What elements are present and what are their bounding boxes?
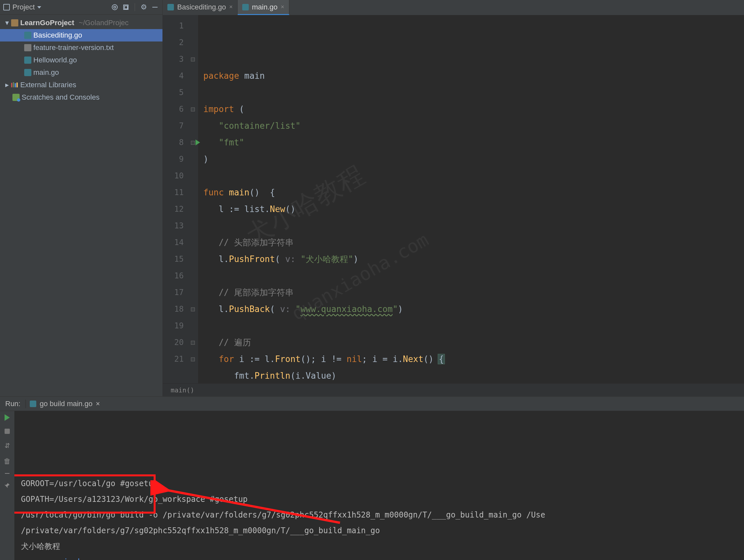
folder-icon — [11, 19, 18, 27]
tree-file[interactable]: feature-trainer-version.txt — [0, 41, 162, 54]
tree-file[interactable]: main.go — [0, 66, 162, 79]
soft-wrap-icon[interactable] — [5, 473, 9, 474]
gear-icon[interactable]: ⚙ — [140, 3, 148, 11]
run-toolwindow-title: Run: — [0, 400, 26, 408]
editor-tab[interactable]: Basicediting.go × — [163, 0, 238, 15]
code-line[interactable]: package main — [203, 68, 744, 84]
fold-icon[interactable] — [191, 341, 195, 345]
tree-root-label: LearnGoProject — [20, 18, 74, 27]
trash-icon[interactable]: 🗑 — [3, 457, 11, 465]
editor-gutter[interactable]: 123456789101112131415161718192021 — [163, 15, 190, 383]
code-line[interactable] — [203, 168, 744, 184]
editor-tabbar: Basicediting.go × main.go × — [163, 0, 744, 15]
run-tabbar: Run: go build main.go × — [0, 397, 744, 411]
project-toolwindow-header: Project ⚙ — [0, 0, 162, 15]
chevron-down-icon[interactable] — [37, 6, 41, 8]
fold-icon[interactable] — [191, 357, 195, 361]
project-sidebar: Project ⚙ ▾ LearnGoProject ~/GolandProje… — [0, 0, 163, 396]
go-file-icon — [168, 4, 174, 10]
editor-body[interactable]: 123456789101112131415161718192021 犬小哈教程 … — [163, 15, 744, 383]
project-toolwindow-title[interactable]: Project — [12, 3, 35, 11]
stop-icon[interactable] — [5, 429, 10, 434]
chevron-down-icon[interactable]: ▾ — [5, 18, 9, 27]
code-line[interactable]: l := list.New() — [203, 201, 744, 217]
project-icon — [3, 4, 10, 10]
tree-root-hint: ~/GolandProjec — [79, 18, 128, 27]
code-line[interactable]: l.PushFront( v: "犬小哈教程") — [203, 251, 744, 268]
tree-file-label: main.go — [33, 68, 59, 77]
code-line[interactable] — [203, 84, 744, 101]
fold-icon[interactable] — [191, 141, 195, 145]
fold-column[interactable] — [190, 15, 198, 383]
svg-rect-0 — [11, 83, 12, 87]
divider — [135, 3, 135, 11]
down-arrow-icon[interactable]: ⇵ — [3, 442, 11, 449]
tree-scratches-label: Scratches and Consoles — [22, 93, 99, 102]
fold-icon[interactable] — [191, 308, 195, 311]
run-body: ⇵ 🗑 GOROOT=/usr/local/go #gosetupGOPATH=… — [0, 411, 744, 560]
code-line[interactable]: for i := l.Front(); i != nil; i = i.Next… — [203, 351, 744, 367]
console-output[interactable]: GOROOT=/usr/local/go #gosetupGOPATH=/Use… — [14, 411, 744, 560]
tree-file[interactable]: Basicediting.go — [0, 29, 162, 41]
txt-file-icon — [24, 44, 31, 51]
fold-icon[interactable] — [191, 57, 195, 62]
tree-file[interactable]: Helloworld.go — [0, 54, 162, 66]
tree-libs-label: External Libraries — [20, 81, 76, 89]
svg-rect-2 — [15, 83, 16, 87]
editor-area: Basicediting.go × main.go × 123456789101… — [163, 0, 744, 396]
svg-rect-1 — [13, 82, 14, 87]
library-icon — [11, 81, 18, 88]
pin-icon[interactable] — [3, 482, 11, 489]
console-line: 犬小哈教程 — [21, 538, 744, 554]
run-config-label: go build main.go — [40, 400, 92, 408]
code-line[interactable]: func main() { — [203, 184, 744, 201]
close-icon[interactable]: × — [229, 4, 233, 10]
go-file-icon — [24, 69, 31, 76]
tab-label: Basicediting.go — [177, 3, 226, 11]
upper-pane: Project ⚙ ▾ LearnGoProject ~/GolandProje… — [0, 0, 744, 396]
code-line[interactable]: import ( — [203, 101, 744, 118]
tree-root[interactable]: ▾ LearnGoProject ~/GolandProjec — [0, 17, 162, 29]
tree-file-label: feature-trainer-version.txt — [33, 43, 114, 52]
tree-file-label: Basicediting.go — [33, 31, 82, 40]
tree-external-libs[interactable]: ▸ External Libraries — [0, 79, 162, 91]
code-line[interactable]: // 尾部添加字符串 — [203, 284, 744, 301]
code-line[interactable]: "container/list" — [203, 118, 744, 134]
code-area[interactable]: 犬小哈教程 quanxiaoha.com package mainimport … — [198, 15, 744, 383]
close-icon[interactable]: × — [281, 4, 285, 10]
chevron-right-icon[interactable]: ▸ — [5, 81, 9, 89]
hide-icon[interactable] — [151, 3, 159, 11]
console-line: /private/var/folders/g7/sg02phc552qffxx1… — [21, 523, 744, 538]
project-tree[interactable]: ▾ LearnGoProject ~/GolandProjec Basicedi… — [0, 15, 162, 106]
code-line[interactable] — [203, 318, 744, 334]
code-line[interactable]: fmt.Println(i.Value) — [203, 367, 744, 383]
rerun-icon[interactable] — [5, 414, 10, 421]
ide-window: Project ⚙ ▾ LearnGoProject ~/GolandProje… — [0, 0, 744, 560]
run-config-tab[interactable]: go build main.go × — [26, 400, 104, 408]
locate-icon[interactable] — [110, 3, 119, 11]
fold-icon[interactable] — [191, 108, 195, 111]
code-line[interactable]: "fmt" — [203, 134, 744, 151]
run-toolbar: ⇵ 🗑 — [0, 411, 14, 560]
code-line[interactable] — [203, 217, 744, 234]
tree-scratches[interactable]: Scratches and Consoles — [0, 91, 162, 104]
code-line[interactable]: // 遍历 — [203, 334, 744, 351]
tab-label: main.go — [252, 3, 277, 11]
code-line[interactable] — [203, 268, 744, 284]
expand-all-icon[interactable] — [122, 3, 130, 11]
scratches-icon — [12, 94, 20, 101]
code-line[interactable]: l.PushBack( v: "www.quanxiaoha.com") — [203, 301, 744, 318]
tree-file-label: Helloworld.go — [33, 56, 77, 64]
code-line[interactable]: ) — [203, 151, 744, 168]
go-file-icon — [242, 4, 249, 10]
console-line: www.quanxiaoha.com — [21, 554, 744, 560]
go-file-icon — [24, 56, 31, 64]
annotation-box — [14, 474, 156, 514]
breadcrumb[interactable]: main() — [163, 383, 744, 396]
svg-rect-3 — [17, 83, 18, 87]
console-link[interactable]: www.quanxiaoha.com — [21, 557, 106, 560]
close-icon[interactable]: × — [96, 400, 100, 408]
breadcrumb-item[interactable]: main() — [171, 386, 194, 394]
code-line[interactable]: // 头部添加字符串 — [203, 234, 744, 251]
editor-tab[interactable]: main.go × — [238, 0, 289, 15]
